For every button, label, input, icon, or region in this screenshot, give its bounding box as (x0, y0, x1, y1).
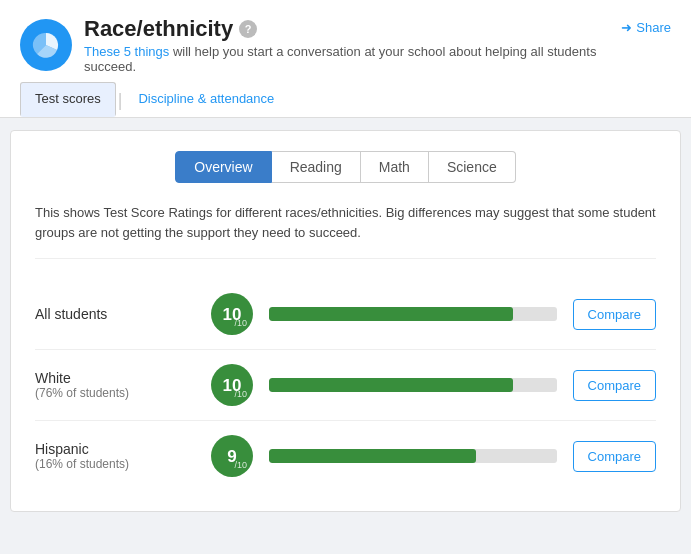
score-bar-white (269, 378, 557, 392)
score-bar-hispanic (269, 449, 557, 463)
score-bar-all-students (269, 307, 557, 321)
compare-button-hispanic[interactable]: Compare (573, 441, 656, 472)
table-row: Hispanic (16% of students) 9 /10 Compare (35, 421, 656, 491)
five-things-link[interactable]: These 5 things (84, 44, 169, 59)
sub-tab-overview[interactable]: Overview (175, 151, 271, 183)
table-row: All students 10 /10 Compare (35, 279, 656, 350)
help-icon[interactable]: ? (239, 20, 257, 38)
bar-fill-all-students (269, 307, 513, 321)
row-label-hispanic: Hispanic (16% of students) (35, 441, 195, 471)
header-subtitle: These 5 things will help you start a con… (84, 44, 621, 74)
score-badge-white: 10 /10 (211, 364, 253, 406)
score-badge-all-students: 10 /10 (211, 293, 253, 335)
compare-button-white[interactable]: Compare (573, 370, 656, 401)
share-link[interactable]: ➜ Share (621, 16, 671, 35)
page-header: Race/ethnicity ? These 5 things will hel… (0, 0, 691, 118)
sub-tab-science[interactable]: Science (429, 151, 516, 183)
row-label-all-students: All students (35, 306, 195, 322)
main-content: Overview Reading Math Science This shows… (10, 130, 681, 512)
tab-test-scores[interactable]: Test scores (20, 82, 116, 117)
description-text: This shows Test Score Ratings for differ… (35, 203, 656, 259)
score-badge-hispanic: 9 /10 (211, 435, 253, 477)
table-row: White (76% of students) 10 /10 Compare (35, 350, 656, 421)
sub-tab-math[interactable]: Math (361, 151, 429, 183)
logo-icon (20, 19, 72, 71)
bar-fill-hispanic (269, 449, 476, 463)
bar-fill-white (269, 378, 513, 392)
tab-discipline-attendance[interactable]: Discipline & attendance (124, 83, 288, 117)
sub-tabs: Overview Reading Math Science (35, 151, 656, 183)
row-label-white: White (76% of students) (35, 370, 195, 400)
main-tabs: Test scores | Discipline & attendance (20, 82, 671, 117)
tab-separator: | (118, 91, 123, 109)
sub-tab-reading[interactable]: Reading (272, 151, 361, 183)
compare-button-all-students[interactable]: Compare (573, 299, 656, 330)
share-arrow-icon: ➜ (621, 20, 632, 35)
page-title: Race/ethnicity ? (84, 16, 621, 42)
